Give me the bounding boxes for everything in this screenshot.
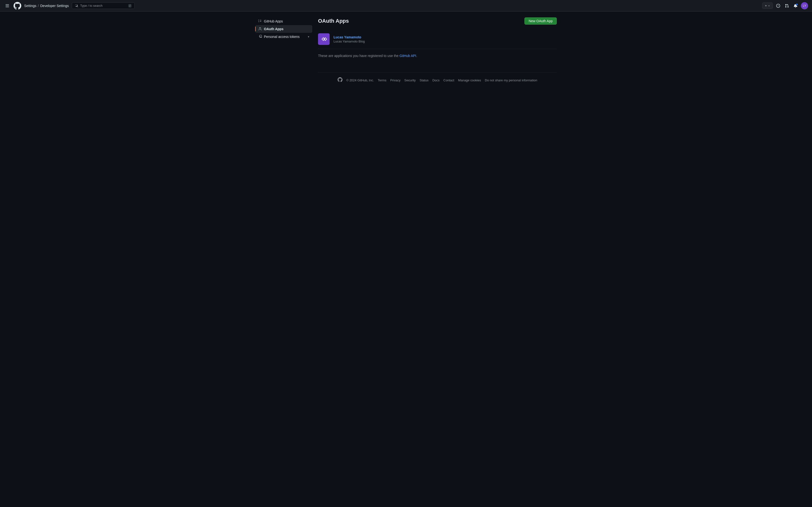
new-item-button[interactable]: + [762,2,773,9]
footer-manage-cookies-link[interactable]: Manage cookies [458,78,481,82]
notifications-button[interactable] [792,2,799,9]
sidebar-oauth-apps-label: OAuth Apps [264,27,309,31]
app-description: Lucas Yamamoto Blog [334,40,365,43]
sidebar: GitHub Apps OAuth Apps Personal access t… [255,17,318,88]
sidebar-personal-access-tokens-label: Personal access tokens [264,35,306,39]
hamburger-menu-button[interactable] [4,2,11,9]
search-icon [75,4,78,7]
main-layout: GitHub Apps OAuth Apps Personal access t… [251,12,561,94]
footer-github-logo [338,77,343,83]
page-footer: © 2024 GitHub, Inc. Terms Privacy Securi… [318,72,557,88]
user-avatar[interactable]: LY [801,2,808,9]
footer-privacy-link[interactable]: Privacy [390,78,401,82]
github-api-link[interactable]: GitHub API [400,54,416,58]
chevron-down-icon: ▾ [308,35,309,38]
nav-left: Settings / Developer Settings Type / to … [4,2,759,10]
issues-button[interactable] [775,2,781,9]
page-title: OAuth Apps [318,18,349,24]
app-info: Lucas Yamamoto Lucas Yamamoto Blog [334,35,365,43]
footer-docs-link[interactable]: Docs [433,78,440,82]
footer-contact-link[interactable]: Contact [444,78,454,82]
new-oauth-app-button[interactable]: New OAuth App [524,17,557,24]
app-avatar [318,33,329,45]
sidebar-item-oauth-apps[interactable]: OAuth Apps [255,25,312,33]
sidebar-item-personal-access-tokens[interactable]: Personal access tokens ▾ [255,33,312,41]
oauth-app-card: Lucas Yamamoto Lucas Yamamoto Blog [318,30,557,49]
description-suffix: . [416,54,417,58]
nav-right: + LY [762,2,808,9]
person-icon [258,27,262,31]
app-name-link[interactable]: Lucas Yamamoto [334,35,361,39]
content-description: These are applications you have register… [318,54,557,58]
search-placeholder-text: Type / to search [80,4,103,7]
sidebar-github-apps-label: GitHub Apps [264,19,309,23]
main-content: OAuth Apps New OAuth App Lucas Yamamoto … [318,17,557,88]
footer-status-link[interactable]: Status [419,78,428,82]
chevron-down-icon [768,5,770,7]
sidebar-item-github-apps[interactable]: GitHub Apps [255,17,312,25]
breadcrumb: Settings / Developer Settings [24,4,69,8]
content-header: OAuth Apps New OAuth App [318,17,557,24]
search-shortcut-badge: / [128,4,132,7]
pull-requests-button[interactable] [783,2,790,9]
apps-icon [258,19,262,23]
github-navbar: Settings / Developer Settings Type / to … [0,0,812,12]
footer-terms-link[interactable]: Terms [378,78,386,82]
description-text: These are applications you have register… [318,54,399,58]
settings-link[interactable]: Settings [24,4,37,8]
github-logo-icon [13,2,21,10]
app-logo-icon [320,35,328,43]
key-icon [258,35,262,39]
developer-settings-label: Developer Settings [40,4,69,8]
footer-do-not-share-link[interactable]: Do not share my personal information [485,78,537,82]
global-search-bar[interactable]: Type / to search / [72,2,135,9]
footer-copyright: © 2024 GitHub, Inc. [346,78,374,82]
footer-security-link[interactable]: Security [404,78,416,82]
breadcrumb-separator: / [38,4,39,8]
